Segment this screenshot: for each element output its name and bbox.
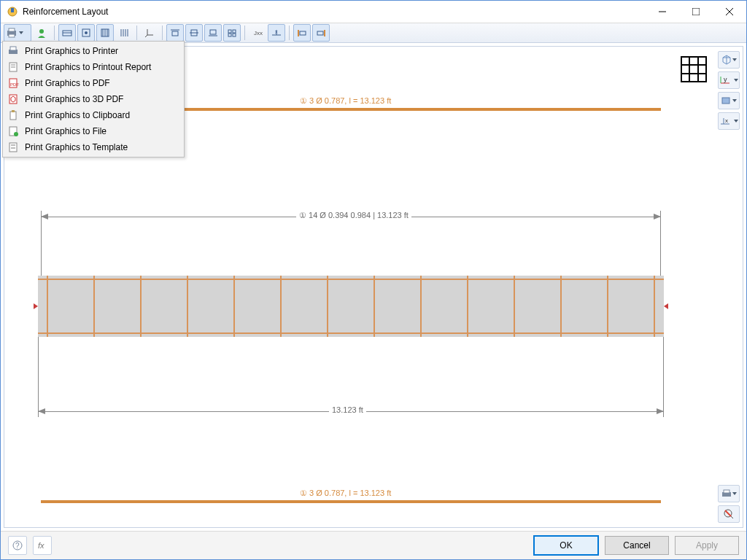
dim-tick — [663, 337, 664, 417]
clipboard-icon — [7, 109, 19, 121]
beam-bottom-bar — [38, 332, 664, 334]
svg-rect-31 — [228, 30, 231, 33]
dim-tick — [41, 211, 42, 276]
stirrup — [93, 276, 95, 337]
svg-line-61 — [725, 510, 731, 516]
menu-label: Print Graphics to Printer — [25, 46, 118, 56]
pdf-icon: PDF — [7, 77, 19, 89]
align-top-button[interactable] — [166, 24, 184, 42]
stirrup — [607, 276, 608, 337]
svg-text:x: x — [275, 29, 278, 34]
arrow-right-icon — [654, 214, 661, 219]
footer: ? fx OK Cancel Apply — [1, 531, 746, 559]
beam-top-bar — [38, 279, 664, 280]
align-middle-button[interactable] — [185, 24, 203, 42]
svg-line-24 — [145, 35, 147, 37]
formula-button[interactable]: fx — [33, 536, 52, 555]
apply-button[interactable]: Apply — [675, 536, 739, 555]
chevron-down-icon — [732, 99, 737, 102]
svg-rect-8 — [9, 34, 15, 37]
stirrup — [514, 276, 515, 337]
toolbar: Jxx x — [1, 23, 746, 43]
dimension-x-button[interactable]: x — [268, 24, 285, 42]
stirrup — [327, 276, 328, 337]
top-rebar-label: ① 3 Ø 0.787, l = 13.123 ft — [300, 96, 391, 106]
template-icon — [7, 141, 19, 153]
svg-line-60 — [731, 516, 733, 518]
svg-rect-41 — [317, 31, 323, 35]
apply-label: Apply — [696, 540, 718, 551]
anchor-right-button[interactable] — [312, 24, 330, 42]
view-front-button[interactable] — [58, 24, 76, 42]
axis-x-button[interactable]: x — [718, 112, 740, 130]
arrow-left-icon — [41, 214, 48, 219]
chevron-down-icon — [732, 58, 737, 61]
titlebar: Reinforcement Layout — [1, 1, 746, 23]
chevron-down-icon — [734, 79, 738, 82]
menu-label: Print Graphics to 3D PDF — [25, 94, 123, 104]
anchor-left-button[interactable] — [293, 24, 311, 42]
view-cube[interactable] — [678, 54, 709, 85]
app-icon — [7, 6, 18, 18]
svg-rect-53 — [722, 98, 729, 104]
align-grid-button[interactable] — [223, 24, 241, 42]
bottom-rebar-label: ① 3 Ø 0.787, l = 13.123 ft — [300, 489, 391, 498]
svg-rect-1 — [11, 8, 14, 12]
menu-print-3dpdf[interactable]: Print Graphics to 3D PDF — [4, 91, 182, 107]
stirrup-label: ① 14 Ø 0.394 0.984 | 13.123 ft — [296, 211, 411, 220]
view-cross-button[interactable] — [96, 24, 114, 42]
svg-rect-3 — [692, 8, 700, 15]
menu-print-clipboard[interactable]: Print Graphics to Clipboard — [4, 107, 182, 123]
minimize-button[interactable] — [646, 1, 679, 23]
stirrup — [467, 276, 468, 337]
maximize-button[interactable] — [679, 1, 713, 23]
file-icon — [7, 125, 19, 137]
svg-text:PDF: PDF — [10, 82, 19, 87]
dim-tick — [38, 337, 39, 417]
menu-print-pdf[interactable]: PDFPrint Graphics to PDF — [4, 75, 182, 91]
align-bottom-button[interactable] — [204, 24, 222, 42]
axes-button[interactable] — [141, 24, 158, 42]
menu-print-file[interactable]: Print Graphics to File — [4, 123, 182, 139]
svg-rect-26 — [172, 31, 178, 36]
stirrup — [560, 276, 562, 337]
user-view-button[interactable] — [33, 24, 50, 42]
print-dropdown[interactable] — [4, 24, 31, 42]
arrow-left-icon — [38, 408, 45, 414]
view-section-button[interactable] — [77, 24, 95, 42]
beam — [38, 276, 664, 337]
chevron-down-icon — [19, 31, 23, 34]
menu-print-template[interactable]: Print Graphics to Template — [4, 139, 182, 155]
ok-button[interactable]: OK — [533, 535, 599, 556]
print-menu: Print Graphics to Printer Print Graphics… — [2, 41, 185, 158]
close-button[interactable] — [713, 1, 746, 23]
print-view-button[interactable] — [718, 485, 740, 502]
reset-view-button[interactable] — [718, 505, 740, 523]
iso-view-button[interactable] — [718, 51, 740, 69]
support-right-icon — [664, 303, 668, 309]
svg-rect-29 — [210, 30, 216, 34]
label-xx-button[interactable]: Jxx — [249, 24, 266, 42]
svg-text:?: ? — [15, 542, 20, 550]
view-columns-button[interactable] — [115, 24, 133, 42]
menu-print-printer[interactable]: Print Graphics to Printer — [4, 43, 182, 59]
svg-rect-73 — [10, 112, 16, 120]
svg-rect-33 — [228, 34, 231, 36]
menu-label: Print Graphics to PDF — [25, 78, 110, 88]
stirrup — [47, 276, 48, 337]
help-button[interactable]: ? — [8, 536, 27, 555]
stirrup — [654, 276, 655, 337]
svg-text:Jxx: Jxx — [254, 30, 263, 36]
stirrup — [187, 276, 188, 337]
shade-button[interactable] — [718, 92, 740, 109]
svg-point-9 — [39, 29, 44, 34]
svg-rect-39 — [300, 31, 306, 35]
svg-text:fx: fx — [38, 541, 44, 550]
menu-print-report[interactable]: Print Graphics to Printout Report — [4, 59, 182, 75]
axis-y-button[interactable]: y — [718, 71, 740, 89]
cancel-button[interactable]: Cancel — [605, 536, 669, 555]
svg-rect-58 — [724, 490, 729, 493]
pdf3d-icon — [7, 93, 19, 105]
view-tools-top: y x — [718, 51, 738, 130]
printer-icon — [7, 45, 19, 57]
